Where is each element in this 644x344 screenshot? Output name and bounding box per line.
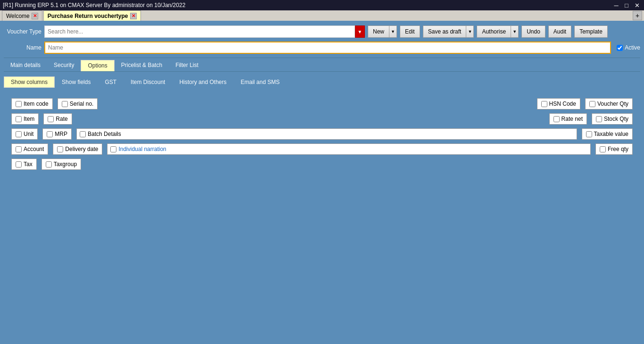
item-code-checkbox[interactable] (16, 101, 22, 107)
taxgroup-label: Taxgroup (54, 161, 77, 168)
new-dropdown-button[interactable]: ▼ (389, 25, 397, 38)
rate-net-checkbox[interactable] (553, 116, 560, 122)
mrp-label: MRP (55, 131, 67, 137)
tax-checkbox-container: Tax (11, 159, 37, 170)
active-label: Active (625, 44, 640, 51)
app-title: [R1] Running ERP 5.1 on CMAX Server By a… (3, 2, 612, 8)
serial-no-label: Serial no. (70, 101, 94, 107)
taxable-value-checkbox[interactable] (586, 131, 592, 137)
item-checkbox-container: Item (11, 113, 39, 125)
toolbar: Voucher Type ▼ New ▼ Edit Save as draft … (4, 25, 640, 38)
edit-button[interactable]: Edit (400, 25, 420, 38)
subtab-show-columns[interactable]: Show columns (4, 76, 55, 88)
serial-no-checkbox-container: Serial no. (58, 98, 98, 109)
individual-narration-checkbox[interactable] (110, 146, 116, 152)
title-bar: [R1] Running ERP 5.1 on CMAX Server By a… (0, 0, 644, 10)
subtab-history-others[interactable]: History and Others (172, 76, 233, 88)
free-qty-checkbox-container: Free qty (595, 143, 633, 155)
search-container: ▼ (44, 25, 365, 38)
subtab-gst[interactable]: GST (98, 76, 124, 88)
undo-button[interactable]: Undo (521, 25, 545, 38)
account-checkbox[interactable] (16, 146, 22, 152)
options-row-2: Item Rate Rate net Stock Qty (11, 113, 633, 125)
template-button[interactable]: Template (574, 25, 608, 38)
tab-options[interactable]: Options (81, 60, 114, 71)
taxgroup-checkbox[interactable] (46, 161, 52, 168)
item-label: Item (24, 116, 34, 122)
hsn-code-checkbox-container: HSN Code (537, 98, 580, 109)
save-as-draft-dropdown[interactable]: ▼ (466, 25, 474, 38)
free-qty-label: Free qty (608, 146, 628, 152)
taxable-value-checkbox-container: Taxable value (582, 128, 633, 140)
new-button[interactable]: New (368, 25, 389, 38)
active-checkbox[interactable] (617, 45, 623, 51)
voucher-qty-label: Voucher Qty (597, 101, 628, 107)
main-area: Voucher Type ▼ New ▼ Edit Save as draft … (0, 22, 644, 187)
item-checkbox[interactable] (16, 116, 22, 122)
tab-filter-list[interactable]: Filter List (169, 60, 205, 71)
tab-main-details[interactable]: Main details (4, 60, 47, 71)
tab-purchase-return[interactable]: Purchase Return vouchertype ✕ (43, 10, 141, 21)
tab-security[interactable]: Security (47, 60, 81, 71)
free-qty-checkbox[interactable] (600, 146, 606, 152)
tab-purchase-return-close[interactable]: ✕ (130, 13, 137, 19)
tab-add-button[interactable]: + (633, 11, 642, 20)
stock-qty-checkbox-container: Stock Qty (592, 113, 633, 125)
unit-label: Unit (24, 131, 33, 137)
hsn-code-label: HSN Code (549, 101, 576, 107)
search-input[interactable] (44, 25, 355, 38)
new-button-group: New ▼ (368, 25, 397, 38)
sub-tabs: Show columns Show fields GST Item Discou… (4, 76, 640, 88)
divider-1 (4, 58, 640, 58)
name-row: Name Active (4, 42, 640, 54)
stock-qty-label: Stock Qty (604, 116, 628, 122)
tab-welcome[interactable]: Welcome ✕ (2, 10, 42, 21)
subtab-item-discount[interactable]: Item Discount (124, 76, 172, 88)
save-as-draft-group: Save as draft ▼ (423, 25, 474, 38)
restore-button[interactable]: □ (622, 1, 631, 9)
rate-net-checkbox-container: Rate net (549, 113, 587, 125)
account-label: Account (24, 146, 44, 152)
authorise-group: Authorise ▼ (477, 25, 519, 38)
mrp-checkbox[interactable] (47, 131, 53, 137)
active-container: Active (617, 44, 640, 51)
delivery-date-label: Delivery date (65, 146, 98, 152)
rate-net-label: Rate net (561, 116, 583, 122)
unit-checkbox-container: Unit (11, 128, 38, 140)
window-controls: ─ □ ✕ (612, 1, 641, 9)
serial-no-checkbox[interactable] (62, 101, 68, 107)
hsn-code-checkbox[interactable] (541, 101, 547, 107)
delivery-date-checkbox[interactable] (57, 146, 63, 152)
authorise-dropdown[interactable]: ▼ (511, 25, 519, 38)
unit-checkbox[interactable] (16, 131, 22, 137)
tax-checkbox[interactable] (16, 161, 22, 168)
save-as-draft-button[interactable]: Save as draft (423, 25, 467, 38)
authorise-button[interactable]: Authorise (477, 25, 511, 38)
stock-qty-checkbox[interactable] (596, 116, 602, 122)
tab-welcome-close[interactable]: ✕ (32, 13, 38, 19)
delivery-date-checkbox-container: Delivery date (53, 143, 102, 155)
minimize-button[interactable]: ─ (612, 1, 620, 9)
individual-narration-label: Individual narration (118, 146, 166, 152)
options-row-3: Unit MRP Batch Details Taxable value (11, 128, 633, 140)
item-code-checkbox-container: Item code (11, 98, 53, 109)
tab-welcome-label: Welcome (6, 13, 30, 19)
options-row-5: Tax Taxgroup (11, 159, 633, 170)
audit-button[interactable]: Audit (548, 25, 571, 38)
close-button[interactable]: ✕ (633, 1, 641, 9)
taxable-value-label: Taxable value (594, 131, 628, 137)
tab-purchase-return-label: Purchase Return vouchertype (48, 13, 128, 19)
tax-label: Tax (24, 161, 33, 168)
options-row-4: Account Delivery date Individual narrati… (11, 143, 633, 155)
subtab-show-fields[interactable]: Show fields (55, 76, 98, 88)
search-dropdown-button[interactable]: ▼ (355, 25, 365, 38)
subtab-email-sms[interactable]: Email and SMS (234, 76, 287, 88)
name-input[interactable] (44, 42, 611, 54)
batch-details-checkbox[interactable] (80, 131, 86, 137)
tab-bar: Welcome ✕ Purchase Return vouchertype ✕ … (0, 10, 644, 22)
tab-pricelist-batch[interactable]: Pricelist & Batch (115, 60, 169, 71)
rate-checkbox[interactable] (48, 116, 54, 122)
voucher-type-label: Voucher Type (4, 28, 41, 35)
voucher-qty-checkbox[interactable] (589, 101, 595, 107)
account-checkbox-container: Account (11, 143, 48, 155)
